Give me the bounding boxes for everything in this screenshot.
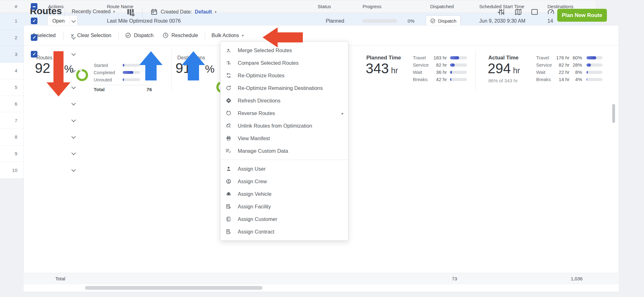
planned-time-label: Planned Time: [366, 55, 401, 61]
crew-icon: [225, 178, 232, 184]
horizontal-scrollbar[interactable]: [24, 284, 619, 292]
legend-label: Unrouted: [94, 77, 123, 82]
refresh-directions-icon: [225, 97, 232, 104]
reverse-icon: [225, 110, 232, 116]
customer-icon: [225, 216, 232, 222]
column-settings-button[interactable]: [126, 8, 135, 17]
actual-time-label: Actual Time: [488, 55, 519, 61]
row-checkbox[interactable]: [31, 51, 37, 58]
menu-item-refresh-directions[interactable]: Refresh Directions: [220, 94, 348, 107]
chevron-down-icon: ▾: [242, 33, 244, 38]
menu-item-assign-user[interactable]: Assign User: [220, 162, 348, 175]
legend-label: Completed: [94, 70, 123, 75]
reschedule-button[interactable]: Reschedule: [163, 32, 198, 38]
clear-selection-button[interactable]: ✕ Clear Selection: [70, 33, 111, 38]
menu-item-manage-custom-data[interactable]: Manage Custom Data: [220, 145, 348, 157]
calendar-icon: [150, 8, 158, 16]
select-all-checkbox[interactable]: [31, 3, 37, 10]
bulk-actions-button[interactable]: Bulk Actions ▾: [212, 33, 244, 38]
columns-gear-icon: [126, 8, 135, 17]
plan-new-route-button[interactable]: Plan New Route: [557, 9, 607, 22]
divider: [475, 50, 476, 91]
reoptimize-remaining-icon: [225, 85, 232, 91]
menu-item-reoptimize-routes[interactable]: Re-Optimize Routes: [220, 69, 348, 82]
divider: [119, 31, 119, 40]
panel-icon[interactable]: [530, 8, 539, 16]
created-date-value: Default: [195, 9, 212, 15]
submenu-caret-icon: ▸: [341, 111, 344, 116]
row-number: 2: [0, 35, 17, 40]
printer-icon: [225, 135, 232, 141]
row-number: 9: [0, 151, 17, 156]
user-icon: [225, 166, 232, 172]
chevron-down-icon: ▾: [113, 9, 115, 14]
divider: [205, 31, 205, 40]
merge-icon: [225, 47, 232, 53]
menu-item-assign-vehicle[interactable]: Assign Vehicle: [220, 188, 348, 200]
total-dispatched: 73: [452, 276, 457, 281]
routes-stat-label: Routes: [36, 55, 53, 61]
contract-icon: [225, 228, 232, 235]
menu-item-unlink-routes[interactable]: Unlink Routes from Optimization: [220, 119, 348, 132]
gauge-icon[interactable]: [547, 8, 555, 16]
menu-item-assign-crew[interactable]: Assign Crew: [220, 175, 348, 188]
menu-divider: [220, 160, 348, 160]
destinations-stat-value: 91: [175, 60, 191, 76]
created-date-filter[interactable]: Created Date: Default ▾: [150, 8, 217, 16]
clock-icon: [163, 32, 169, 38]
row-number: 10: [0, 168, 17, 173]
row-checkbox[interactable]: [31, 18, 37, 24]
filters-icon[interactable]: [498, 8, 506, 16]
created-date-label: Created Date:: [161, 9, 192, 15]
destinations-stat-unit: %: [205, 63, 214, 75]
row-number: 5: [0, 85, 17, 90]
actual-time-value: 294hr: [488, 61, 520, 76]
routes-stat-value: 92: [35, 60, 50, 76]
routes-donut: [76, 69, 88, 81]
menu-item-merge-selected-routes[interactable]: Merge Selected Routes: [220, 44, 348, 57]
table-total-row: Total 73 1,036: [24, 273, 619, 284]
total-destinations: 1,036: [571, 276, 583, 281]
menu-item-reverse-routes[interactable]: Reverse Routes ▸: [220, 107, 348, 119]
horizontal-scrollbar-thumb[interactable]: [85, 286, 263, 290]
vertical-scrollbar-thumb[interactable]: [612, 104, 615, 123]
check-circle-icon: [125, 32, 131, 38]
menu-item-assign-contract[interactable]: Assign Contract: [220, 225, 348, 238]
actual-time-subtitle: 86% of 343 hr: [488, 78, 518, 83]
row-number: 8: [0, 134, 17, 140]
planned-time-value: 343hr: [366, 61, 398, 76]
unlink-icon: [225, 123, 232, 129]
facility-icon: [225, 203, 232, 210]
custom-data-icon: [225, 148, 232, 154]
menu-item-view-manifest[interactable]: View Manifest: [220, 132, 348, 145]
bulk-actions-menu: Merge Selected Routes Compare Selected R…: [220, 41, 348, 241]
sort-dropdown-label: Recently Created: [72, 9, 111, 14]
map-icon[interactable]: [514, 8, 522, 16]
total-label: Total: [55, 276, 65, 281]
reoptimize-icon: [225, 72, 232, 79]
row-number: 4: [0, 68, 17, 73]
row-number: 3: [0, 52, 17, 57]
menu-item-assign-customer[interactable]: Assign Customer: [220, 213, 348, 225]
divider: [142, 8, 142, 17]
destinations-stat-label: Destinations: [177, 55, 205, 61]
compare-icon: [225, 60, 232, 66]
menu-item-compare-selected-routes[interactable]: Compare Selected Routes: [220, 57, 348, 69]
row-number: 7: [0, 118, 17, 123]
sort-dropdown[interactable]: Recently Created ▾: [72, 9, 115, 14]
menu-item-reoptimize-remaining-destinations[interactable]: Re-Optimize Remaining Destinations: [220, 82, 348, 94]
row-number: 6: [0, 101, 17, 107]
vehicle-icon: [225, 191, 232, 197]
divider: [65, 8, 65, 17]
routes-total-value: 76: [147, 87, 152, 92]
legend-label: Started: [94, 63, 123, 68]
routes-total-label: Total: [94, 87, 105, 92]
row-checkbox[interactable]: [31, 34, 37, 41]
chevron-down-icon: ▾: [215, 10, 217, 14]
menu-item-assign-facility[interactable]: Assign Facility: [220, 200, 348, 213]
divider: [63, 31, 64, 40]
top-header: Routes Recently Created ▾ Created Date: …: [0, 0, 644, 25]
dispatch-button[interactable]: Dispatch: [125, 32, 153, 38]
divider: [171, 50, 172, 91]
